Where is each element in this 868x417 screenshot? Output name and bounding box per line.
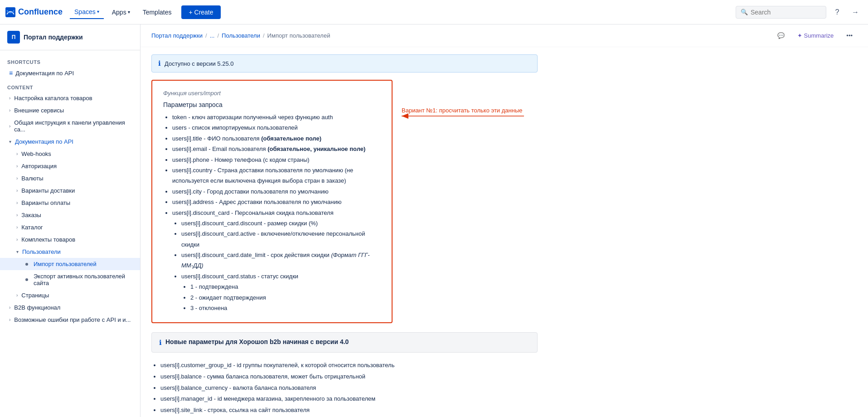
sidebar-item-admin-panel[interactable]: › Общая инструкция к панели управления с… bbox=[0, 116, 140, 136]
breadcrumb-bar: Портал поддержки / ... / Пользователи / … bbox=[141, 24, 868, 47]
list-item: users[i].title - ФИО пользователя (обяза… bbox=[172, 133, 381, 144]
search-icon: 🔍 bbox=[741, 9, 748, 15]
search-box[interactable]: 🔍 bbox=[736, 6, 826, 19]
comment-icon: 💬 bbox=[777, 32, 785, 39]
sub-sub-list: 1 - подтверждена 2 - ожидает подтвержден… bbox=[190, 281, 381, 313]
help-button[interactable]: ? bbox=[830, 5, 844, 19]
chevron-icon: › bbox=[16, 164, 18, 169]
sidebar-item-currencies[interactable]: › Валюты bbox=[0, 172, 140, 184]
chevron-icon: › bbox=[9, 108, 10, 113]
chevron-icon: › bbox=[16, 293, 18, 298]
sidebar-item-import-users[interactable]: Импорт пользователей bbox=[0, 258, 140, 270]
sidebar-item-api-docs-shortcut[interactable]: ≡ Документация по API bbox=[0, 67, 140, 79]
sidebar: П Портал поддержки SHORTCUTS ≡ Документа… bbox=[0, 24, 141, 417]
info-icon-2: ℹ bbox=[159, 339, 162, 347]
more-button[interactable]: ••• bbox=[842, 30, 857, 41]
profile-button[interactable]: → bbox=[848, 5, 863, 19]
sidebar-item-api-docs[interactable]: ▾ Документация по API bbox=[0, 136, 140, 148]
sidebar-header: П Портал поддержки bbox=[0, 24, 140, 50]
breadcrumb-ellipsis[interactable]: ... bbox=[210, 32, 215, 39]
list-item: token - ключ авторизации полученный чере… bbox=[172, 112, 381, 122]
shortcuts-label: SHORTCUTS bbox=[0, 54, 140, 67]
confluence-logo[interactable]: Confluence bbox=[5, 7, 63, 17]
content-label: CONTENT bbox=[0, 79, 140, 92]
content-area: ℹ Доступно с версии 5.25.0 Функция users… bbox=[141, 47, 548, 417]
list-item: 3 - отклонена bbox=[190, 303, 381, 313]
list-item: users[i].discount_card - Персональная ск… bbox=[172, 208, 381, 314]
search-input[interactable] bbox=[751, 9, 821, 16]
list-item: users[i].site_link - строка, ссылка на с… bbox=[160, 405, 538, 416]
space-icon: П bbox=[7, 31, 20, 44]
spaces-nav[interactable]: Spaces ▾ bbox=[70, 5, 104, 19]
list-item: users - список импортируемых пользовател… bbox=[172, 122, 381, 133]
chevron-icon: › bbox=[16, 237, 18, 242]
b2b-title: Новые параметры для Хорошоп b2b начиная … bbox=[165, 338, 349, 345]
sidebar-scroll: SHORTCUTS ≡ Документация по API CONTENT … bbox=[0, 50, 140, 417]
svg-rect-0 bbox=[5, 7, 15, 17]
create-button[interactable]: + Create bbox=[181, 5, 220, 19]
params-list: token - ключ авторизации полученный чере… bbox=[172, 112, 381, 313]
list-item: users[i].phone - Номер телефона (с кодом… bbox=[172, 155, 381, 165]
templates-nav[interactable]: Templates bbox=[138, 6, 176, 19]
chevron-icon: › bbox=[16, 200, 18, 205]
chevron-icon: › bbox=[9, 317, 10, 322]
sidebar-item-b2b[interactable]: › B2B функционал bbox=[0, 301, 140, 314]
sidebar-item-delivery-options[interactable]: › Варианты доставки bbox=[0, 184, 140, 197]
top-nav-right: 🔍 ? → bbox=[736, 5, 863, 19]
doc-icon: ≡ bbox=[9, 69, 13, 77]
list-item: users[i].address - Адрес доставки пользо… bbox=[172, 197, 381, 207]
chevron-icon: › bbox=[16, 225, 18, 230]
annotation-container: Вариант №1: просчитать только эти данные bbox=[393, 80, 538, 170]
sidebar-item-errors[interactable]: › Возможные ошибки при работе с API и и.… bbox=[0, 314, 140, 326]
space-title: Портал поддержки bbox=[24, 34, 83, 41]
more-icon: ••• bbox=[846, 32, 853, 39]
sidebar-item-orders[interactable]: › Заказы bbox=[0, 209, 140, 221]
apps-chevron: ▾ bbox=[128, 10, 130, 15]
b2b-info-box: ℹ Новые параметры для Хорошоп b2b начина… bbox=[151, 332, 538, 353]
summarize-icon: ✦ bbox=[797, 32, 802, 39]
red-box-wrapper: Функция users/import Параметры запроса t… bbox=[151, 80, 538, 332]
main-content: Портал поддержки / ... / Пользователи / … bbox=[141, 24, 868, 417]
list-item: users[i].discount_card.active - включени… bbox=[181, 228, 381, 250]
list-item: users[i].email - Email пользователя (обя… bbox=[172, 144, 381, 154]
chevron-icon: › bbox=[16, 176, 18, 181]
apps-nav[interactable]: Apps ▾ bbox=[107, 6, 135, 19]
breadcrumb-home[interactable]: Портал поддержки bbox=[151, 32, 203, 39]
version-info-box: ℹ Доступно с версии 5.25.0 bbox=[151, 54, 538, 73]
list-item: users[i].balance - сумма баланса пользов… bbox=[160, 371, 538, 383]
sidebar-item-product-sets[interactable]: › Комплекты товаров bbox=[0, 233, 140, 246]
breadcrumb-users[interactable]: Пользователи bbox=[222, 32, 260, 39]
sidebar-item-webhooks[interactable]: › Web-hooks bbox=[0, 148, 140, 160]
chevron-icon: ▾ bbox=[9, 139, 11, 144]
sidebar-item-external-services[interactable]: › Внешние сервисы bbox=[0, 104, 140, 116]
chevron-icon: › bbox=[16, 213, 18, 218]
list-item: users[i].city - Город доставки пользоват… bbox=[172, 186, 381, 197]
red-box: Функция users/import Параметры запроса t… bbox=[151, 80, 393, 323]
list-item: users[i].discount_card.date_limit - срок… bbox=[181, 250, 381, 271]
summarize-button[interactable]: ✦ Summarize bbox=[793, 30, 839, 41]
sidebar-item-users[interactable]: ▾ Пользователи bbox=[0, 246, 140, 258]
b2b-section-content: users[i].customer_group_id - id группы п… bbox=[151, 360, 538, 417]
breadcrumb: Портал поддержки / ... / Пользователи / … bbox=[151, 32, 330, 39]
chevron-icon: › bbox=[9, 305, 10, 310]
top-navigation: Confluence Spaces ▾ Apps ▾ Templates + C… bbox=[0, 0, 868, 24]
list-item: users[i].discount_card.status - статус с… bbox=[181, 271, 381, 314]
list-item: users[i].balance_currency - валюта балан… bbox=[160, 383, 538, 394]
comment-button[interactable]: 💬 bbox=[773, 30, 789, 41]
sidebar-item-pages[interactable]: › Страницы bbox=[0, 289, 140, 301]
params-title: Параметры запроса bbox=[163, 101, 381, 108]
sidebar-item-export-users[interactable]: Экспорт активных пользователей сайта bbox=[0, 270, 140, 289]
sidebar-item-auth[interactable]: › Авторизация bbox=[0, 160, 140, 172]
sidebar-item-catalog[interactable]: › Каталог bbox=[0, 221, 140, 233]
chevron-icon: › bbox=[9, 124, 10, 129]
list-item: 2 - ожидает подтверждения bbox=[190, 292, 381, 303]
chevron-icon: › bbox=[9, 96, 10, 101]
breadcrumb-current: Импорт пользователей bbox=[267, 32, 330, 39]
list-item: users[i].country - Страна доставки польз… bbox=[172, 165, 381, 186]
chevron-icon: ▾ bbox=[16, 249, 19, 254]
sidebar-item-catalog-settings[interactable]: › Настройка каталога товаров bbox=[0, 92, 140, 104]
sub-list: users[i].discount_card.discount - размер… bbox=[181, 218, 381, 314]
sidebar-item-payment-options[interactable]: › Варианты оплаты bbox=[0, 197, 140, 209]
list-item: users[i].manager_id - id менеджера магаз… bbox=[160, 393, 538, 405]
spaces-chevron: ▾ bbox=[97, 9, 99, 14]
